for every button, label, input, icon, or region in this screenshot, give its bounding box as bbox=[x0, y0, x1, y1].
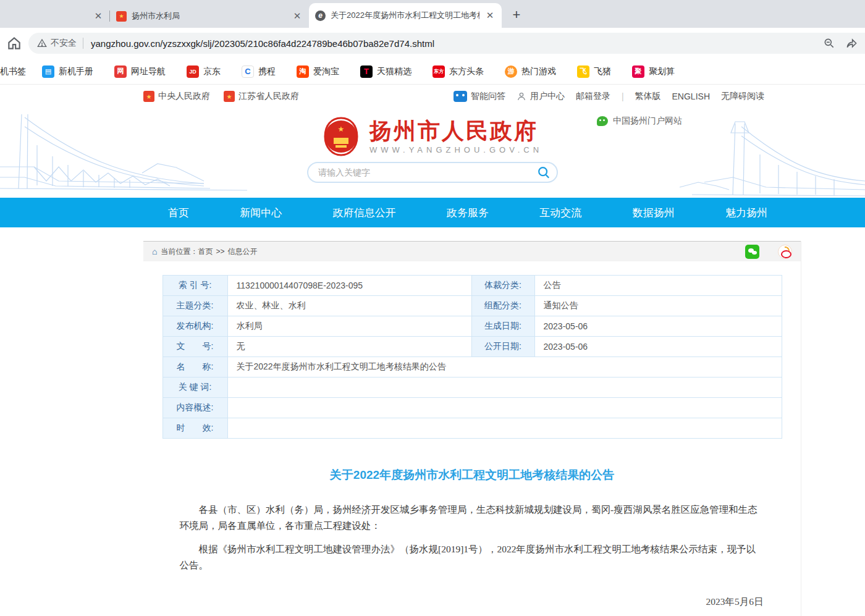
address-divider bbox=[83, 38, 83, 49]
tab-partial[interactable]: ✕ bbox=[0, 4, 110, 28]
article-paragraph: 各县（市、区）水利（务）局，扬州经济开发区城乡事务管理局，生态科技新城规划建设局… bbox=[180, 502, 765, 534]
article-title: 关于2022年度扬州市水利工程文明工地考核结果的公告 bbox=[162, 467, 782, 483]
zoom-out-icon[interactable] bbox=[823, 37, 835, 49]
info-value-created-date: 2023-05-06 bbox=[534, 316, 782, 337]
bookmark-dongfang[interactable]: 东方东方头条 bbox=[432, 65, 484, 78]
tab-active-article[interactable]: e 关于2022年度扬州市水利工程文明工地考核结果的公告 ✕ bbox=[309, 3, 502, 28]
table-row: 文 号: 无 公开日期: 2023-05-06 bbox=[162, 337, 782, 357]
gov-top-bar: ★中央人民政府 ★江苏省人民政府 智能问答 用户中心 邮箱登录 | 繁体版 EN… bbox=[0, 85, 865, 108]
site-name: 扬州市人民政府 bbox=[369, 119, 542, 143]
info-label: 关 键 词: bbox=[162, 378, 227, 398]
tab-close-icon[interactable]: ✕ bbox=[292, 11, 303, 22]
bookmark-ctrip[interactable]: C携程 bbox=[242, 65, 276, 78]
breadcrumb-current[interactable]: 信息公开 bbox=[227, 247, 257, 257]
bookmark-mobile[interactable]: 机书签 bbox=[0, 66, 26, 77]
home-icon[interactable] bbox=[6, 35, 22, 51]
breadcrumb-separator: >> bbox=[216, 247, 224, 256]
bookmark-xinji[interactable]: ▤新机手册 bbox=[42, 65, 93, 78]
fliggy-icon: 飞 bbox=[577, 65, 589, 78]
portal-tag[interactable]: 中国扬州门户网站 bbox=[597, 116, 682, 127]
not-secure-warning-icon bbox=[37, 38, 47, 48]
info-value-validity bbox=[227, 418, 782, 439]
info-label: 体裁分类: bbox=[471, 276, 534, 296]
address-bar[interactable]: 不安全 yangzhou.gov.cn/yzszxxgk/slj/202305/… bbox=[28, 33, 865, 54]
bookmark-label: 东方头条 bbox=[449, 66, 484, 77]
info-value-summary bbox=[227, 398, 782, 418]
tab-shuiliju[interactable]: ★ 扬州市水利局 ✕ bbox=[110, 4, 309, 28]
wechat-icon bbox=[597, 116, 608, 126]
bookmark-juhuasuan[interactable]: 聚聚划算 bbox=[632, 65, 675, 78]
info-label: 发布机构: bbox=[162, 316, 227, 337]
gov-link-label: 无障碍阅读 bbox=[721, 91, 764, 102]
bookmark-taobao[interactable]: 淘爱淘宝 bbox=[297, 65, 339, 78]
bookmark-games[interactable]: 游热门游戏 bbox=[505, 65, 556, 78]
divider: | bbox=[622, 91, 624, 101]
nav-charm[interactable]: 魅力扬州 bbox=[725, 206, 767, 220]
link-mail-login[interactable]: 邮箱登录 bbox=[576, 91, 610, 102]
nav-info-disclosure[interactable]: 政府信息公开 bbox=[333, 206, 396, 220]
user-icon bbox=[517, 91, 526, 101]
tab-title: 关于2022年度扬州市水利工程文明工地考核结果的公告 bbox=[331, 10, 479, 21]
link-traditional[interactable]: 繁体版 bbox=[635, 91, 661, 102]
tab-close-icon[interactable]: ✕ bbox=[93, 11, 104, 22]
page: ✕ ★ 扬州市水利局 ✕ e 关于2022年度扬州市水利工程文明工地考核结果的公… bbox=[0, 0, 865, 616]
juhuasuan-icon: 聚 bbox=[632, 65, 644, 78]
nav-news[interactable]: 新闻中心 bbox=[240, 206, 282, 220]
table-row: 名 称: 关于2022年度扬州市水利工程文明工地考核结果的公告 bbox=[162, 357, 782, 378]
table-row: 主题分类: 农业、林业、水利 组配分类: 通知公告 bbox=[162, 296, 782, 316]
bookmark-label: 新机手册 bbox=[59, 66, 93, 77]
games-icon: 游 bbox=[505, 65, 517, 78]
gov-link-label: ENGLISH bbox=[672, 91, 710, 101]
nav-interaction[interactable]: 互动交流 bbox=[539, 206, 581, 220]
search-input[interactable] bbox=[318, 167, 537, 177]
breadcrumb-home-icon: ⌂ bbox=[152, 247, 157, 256]
national-emblem-icon: ★ bbox=[323, 117, 360, 156]
info-value-agency: 水利局 bbox=[227, 316, 471, 337]
link-smart-qa[interactable]: 智能问答 bbox=[454, 91, 505, 102]
bookmark-label: 京东 bbox=[203, 66, 221, 77]
share-weibo-icon[interactable] bbox=[778, 245, 792, 259]
tab-close-icon[interactable]: ✕ bbox=[484, 10, 496, 21]
info-label: 文 号: bbox=[162, 337, 227, 357]
table-row: 内容概述: bbox=[162, 398, 782, 418]
bookmark-label: 携程 bbox=[258, 66, 276, 77]
link-user-center[interactable]: 用户中心 bbox=[517, 91, 565, 102]
bookmark-label: 机书签 bbox=[0, 66, 26, 77]
info-value-genre: 公告 bbox=[534, 276, 782, 296]
link-accessible[interactable]: 无障碍阅读 bbox=[721, 91, 764, 102]
info-label: 公开日期: bbox=[471, 337, 534, 357]
nav-home[interactable]: 首页 bbox=[168, 206, 189, 220]
bookmark-label: 飞猪 bbox=[594, 66, 611, 77]
browser-toolbar: 不安全 yangzhou.gov.cn/yzszxxgk/slj/202305/… bbox=[0, 28, 865, 59]
url-text[interactable]: yangzhou.gov.cn/yzszxxgk/slj/202305/210c… bbox=[91, 38, 817, 49]
bookmark-fliggy[interactable]: 飞飞猪 bbox=[577, 65, 611, 78]
portal-label: 中国扬州门户网站 bbox=[613, 116, 682, 127]
breadcrumb: ⌂ 当前位置： 首页 >> 信息公开 bbox=[143, 241, 801, 261]
info-label: 组配分类: bbox=[471, 296, 534, 316]
site-search bbox=[307, 162, 558, 183]
share-wechat-icon[interactable] bbox=[745, 245, 759, 259]
gov-emblem-favicon: ★ bbox=[116, 11, 127, 22]
gov-emblem-icon: ★ bbox=[143, 91, 154, 102]
search-icon[interactable] bbox=[537, 166, 551, 179]
nav-site-icon: 网 bbox=[114, 65, 127, 78]
site-logo[interactable]: ★ 扬州市人民政府 WWW.YANGZHOU.GOV.CN bbox=[0, 117, 865, 156]
link-jiangsu-gov[interactable]: ★江苏省人民政府 bbox=[224, 91, 299, 102]
share-icon[interactable] bbox=[845, 37, 858, 49]
table-row: 索 引 号: 11321000014407098E-2023-095 体裁分类:… bbox=[162, 276, 782, 296]
link-english[interactable]: ENGLISH bbox=[672, 91, 710, 101]
nav-services[interactable]: 政务服务 bbox=[447, 206, 489, 220]
breadcrumb-home-link[interactable]: 首页 bbox=[198, 247, 213, 257]
bookmarks-bar: 机书签 ▤新机手册 网网址导航 JD京东 C携程 淘爱淘宝 T天猫精选 东方东方… bbox=[0, 59, 865, 85]
link-central-gov[interactable]: ★中央人民政府 bbox=[143, 91, 210, 102]
info-label: 生成日期: bbox=[471, 316, 534, 337]
nav-data[interactable]: 数据扬州 bbox=[633, 206, 675, 220]
new-tab-button[interactable]: + bbox=[508, 6, 525, 23]
bookmark-daohang[interactable]: 网网址导航 bbox=[114, 65, 166, 78]
info-value-index-number: 11321000014407098E-2023-095 bbox=[227, 276, 471, 296]
bookmark-jd[interactable]: JD京东 bbox=[187, 65, 221, 78]
bookmark-tmall[interactable]: T天猫精选 bbox=[360, 65, 411, 78]
site-url: WWW.YANGZHOU.GOV.CN bbox=[369, 145, 542, 154]
bookmark-label: 网址导航 bbox=[131, 66, 166, 77]
gov-link-label: 邮箱登录 bbox=[576, 91, 610, 102]
